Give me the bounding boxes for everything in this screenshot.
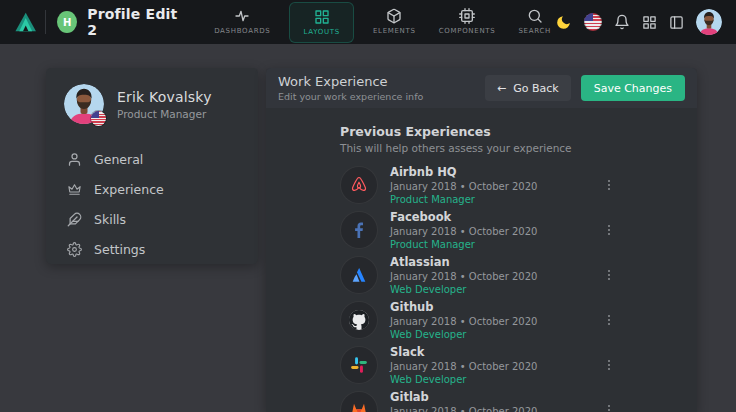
nav-item-icon <box>386 8 402 24</box>
profile-header: Erik Kovalsky Product Manager <box>46 68 258 124</box>
experience-info: Facebook January 2018 • October 2020 Pro… <box>390 210 537 250</box>
sidebar-menu-icon <box>67 212 82 227</box>
profile-edit-screen: H Profile Edit 2 DASHBOARDS LAYOUTS ELEM… <box>0 0 736 412</box>
nav-item-icon <box>527 8 543 24</box>
sidebar-menu-item[interactable]: Skills <box>46 204 258 234</box>
sidebar-menu-item[interactable]: General <box>46 144 258 174</box>
panel-body: Previous Experiences This will help othe… <box>266 108 697 412</box>
experience-row: Atlassian January 2018 • October 2020 We… <box>340 252 616 297</box>
experience-role: Product Manager <box>390 239 537 250</box>
nav-item-label: DASHBOARDS <box>214 27 270 35</box>
company-logo-circle <box>340 211 378 249</box>
top-navbar: H Profile Edit 2 DASHBOARDS LAYOUTS ELEM… <box>0 0 736 44</box>
company-logo-icon <box>349 175 369 195</box>
language-us-flag-icon[interactable] <box>584 13 602 31</box>
company-logo-icon <box>349 400 369 412</box>
notifications-bell-icon[interactable] <box>614 14 630 30</box>
experience-dates: January 2018 • October 2020 <box>390 361 537 372</box>
row-options-menu-icon[interactable] <box>602 268 616 282</box>
app-logo-icon[interactable] <box>14 9 37 35</box>
experience-role: Web Developer <box>390 329 537 340</box>
save-changes-button[interactable]: Save Changes <box>581 75 685 101</box>
topbar-divider <box>45 10 46 34</box>
panel-subtitle: Edit your work experience info <box>278 91 423 102</box>
sidebar-menu-icon <box>67 182 82 197</box>
row-options-menu-icon[interactable] <box>602 358 616 372</box>
sidebar-menu-label: Skills <box>94 212 126 227</box>
experience-role: Product Manager <box>390 194 537 205</box>
experience-dates: January 2018 • October 2020 <box>390 406 537 412</box>
profile-role: Product Manager <box>117 108 212 120</box>
company-logo-circle <box>340 256 378 294</box>
experience-info: Atlassian January 2018 • October 2020 We… <box>390 255 537 295</box>
company-name: Facebook <box>390 210 537 224</box>
go-back-label: Go Back <box>513 82 558 95</box>
company-name: Airbnb HQ <box>390 165 537 179</box>
nav-item[interactable]: SEARCH <box>514 2 555 41</box>
experience-list: Airbnb HQ January 2018 • October 2020 Pr… <box>340 162 697 412</box>
nav-item-label: LAYOUTS <box>303 28 339 36</box>
panel-title: Work Experience <box>278 74 423 89</box>
experience-dates: January 2018 • October 2020 <box>390 271 537 282</box>
company-logo-circle <box>340 301 378 339</box>
section-subtitle: This will help others assess your experi… <box>340 142 697 154</box>
profile-menu: General Experience Skills Settings <box>46 144 258 264</box>
profile-name: Erik Kovalsky <box>117 89 212 105</box>
sidebar-menu-label: Settings <box>94 242 145 257</box>
arrow-left-icon: ← <box>497 82 506 95</box>
user-avatar[interactable] <box>696 9 722 35</box>
row-options-menu-icon[interactable] <box>602 178 616 192</box>
nav-item-icon <box>459 8 475 24</box>
company-logo-circle <box>340 391 378 412</box>
experience-row: Slack January 2018 • October 2020 Web De… <box>340 342 616 387</box>
sidebar-menu-icon <box>67 152 82 167</box>
company-logo-circle <box>340 346 378 384</box>
nav-item[interactable]: LAYOUTS <box>289 2 353 43</box>
nav-item-icon <box>314 9 330 25</box>
nav-item[interactable]: COMPONENTS <box>435 2 500 41</box>
row-options-menu-icon[interactable] <box>602 223 616 237</box>
dark-mode-toggle-moon-icon[interactable] <box>555 14 572 31</box>
section-header: Previous Experiences This will help othe… <box>340 124 697 154</box>
work-experience-panel: Work Experience Edit your work experienc… <box>266 68 697 412</box>
topbar-actions <box>555 9 722 35</box>
page-title: Profile Edit 2 <box>87 6 182 38</box>
experience-info: Airbnb HQ January 2018 • October 2020 Pr… <box>390 165 537 205</box>
company-logo-icon <box>349 265 369 285</box>
page-badge: H <box>57 11 77 33</box>
sidebar-menu-icon <box>67 242 82 257</box>
company-name: Github <box>390 300 537 314</box>
nav-item-label: COMPONENTS <box>439 27 496 35</box>
panel-actions: ← Go Back Save Changes <box>485 75 685 101</box>
experience-dates: January 2018 • October 2020 <box>390 181 537 192</box>
experience-info: Gitlab January 2018 • October 2020 Web D… <box>390 390 537 412</box>
nav-item-label: ELEMENTS <box>373 27 416 35</box>
main-nav: DASHBOARDS LAYOUTS ELEMENTS COMPONENTS <box>210 2 555 43</box>
nav-item[interactable]: ELEMENTS <box>369 2 420 41</box>
experience-row: Gitlab January 2018 • October 2020 Web D… <box>340 387 616 412</box>
row-options-menu-icon[interactable] <box>602 403 616 412</box>
company-name: Gitlab <box>390 390 537 404</box>
profile-sidebar-card: Erik Kovalsky Product Manager General Ex… <box>46 68 258 264</box>
apps-grid-icon[interactable] <box>642 15 657 30</box>
company-logo-circle <box>340 166 378 204</box>
sidebar-toggle-icon[interactable] <box>669 15 684 30</box>
experience-row: Facebook January 2018 • October 2020 Pro… <box>340 207 616 252</box>
experience-dates: January 2018 • October 2020 <box>390 316 537 327</box>
nav-item-label: SEARCH <box>518 27 551 35</box>
experience-info: Slack January 2018 • October 2020 Web De… <box>390 345 537 385</box>
sidebar-menu-item[interactable]: Experience <box>46 174 258 204</box>
company-logo-icon <box>349 220 369 240</box>
profile-avatar-wrap <box>64 84 104 124</box>
sidebar-menu-item[interactable]: Settings <box>46 234 258 264</box>
company-logo-icon <box>349 310 369 330</box>
experience-role: Web Developer <box>390 374 537 385</box>
experience-dates: January 2018 • October 2020 <box>390 226 537 237</box>
panel-header: Work Experience Edit your work experienc… <box>266 68 697 108</box>
row-options-menu-icon[interactable] <box>602 313 616 327</box>
nav-item[interactable]: DASHBOARDS <box>210 2 274 41</box>
go-back-button[interactable]: ← Go Back <box>485 75 571 101</box>
company-name: Atlassian <box>390 255 537 269</box>
company-logo-icon <box>349 355 369 375</box>
experience-row: Airbnb HQ January 2018 • October 2020 Pr… <box>340 162 616 207</box>
